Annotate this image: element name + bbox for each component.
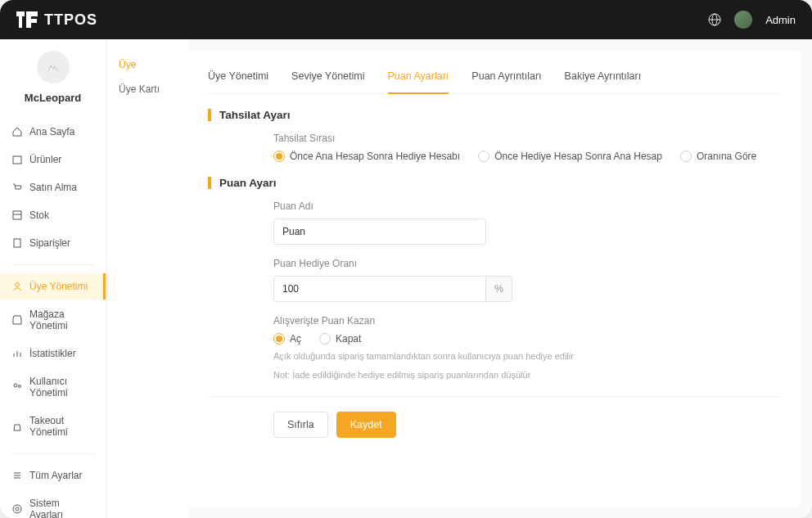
nav-orders[interactable]: Siparişler — [0, 230, 106, 256]
box-icon — [11, 154, 23, 165]
tenant-avatar — [37, 51, 70, 83]
earn-off[interactable]: Kapat — [319, 333, 361, 345]
section-collection-title: Tahsilat Ayarı — [208, 109, 781, 121]
nav-stock[interactable]: Stok — [0, 202, 106, 228]
nav-members[interactable]: Üye Yönetimi — [0, 273, 106, 300]
home-icon — [11, 126, 23, 137]
language-icon[interactable] — [708, 13, 721, 26]
list-icon — [11, 237, 23, 249]
radio-icon — [319, 333, 331, 345]
member-icon — [11, 281, 23, 292]
nav-home[interactable]: Ana Sayfa — [0, 119, 106, 145]
topbar: TTPOS Admin — [0, 0, 812, 39]
collection-opt1[interactable]: Önce Ana Hesap Sonra Hediye Hesabı — [273, 151, 460, 162]
point-name-label: Puan Adı — [273, 200, 781, 212]
sidebar: McLeopard Ana Sayfa Ürünler Satın Alma S… — [0, 39, 106, 518]
tab-management[interactable]: Üye Yönetimi — [208, 64, 268, 93]
point-ratio-input[interactable] — [273, 276, 486, 302]
radio-icon — [273, 151, 285, 162]
point-earn-label: Alışverişte Puan Kazan — [273, 315, 781, 327]
svg-rect-6 — [14, 239, 20, 247]
main-panel: Üye Yönetimi Seviye Yönetimi Puan Ayarla… — [188, 51, 801, 507]
stock-icon — [11, 209, 23, 221]
earn-on[interactable]: Aç — [273, 333, 301, 345]
gear-icon — [11, 503, 23, 515]
nav-stores[interactable]: Mağaza Yönetimi — [0, 301, 106, 339]
svg-rect-4 — [13, 211, 21, 219]
divider — [208, 396, 781, 397]
users-icon — [11, 381, 23, 393]
nav-users[interactable]: Kullanıcı Yönetimi — [0, 368, 106, 406]
tab-balance-details[interactable]: Bakiye Ayrıntıları — [565, 64, 642, 93]
logo-icon — [16, 11, 38, 28]
save-button[interactable]: Kaydet — [336, 412, 396, 438]
svg-point-8 — [14, 384, 17, 387]
submenu: Üye Üye Kartı — [106, 39, 188, 518]
nav-system[interactable]: Sistem Ayarları — [0, 490, 106, 518]
point-name-input[interactable] — [273, 218, 486, 245]
svg-point-9 — [19, 385, 21, 388]
tenant-name: McLeopard — [8, 92, 97, 104]
svg-point-7 — [16, 283, 20, 287]
brand-logo[interactable]: TTPOS — [16, 11, 97, 29]
radio-icon — [680, 151, 692, 162]
collection-order-label: Tahsilat Sırası — [273, 133, 781, 144]
nav-stats[interactable]: İstatistikler — [0, 340, 106, 367]
earn-hint1: Açık olduğunda sipariş tamamlandıktan so… — [273, 349, 781, 363]
brand-text: TTPOS — [44, 11, 97, 29]
svg-point-11 — [13, 505, 21, 513]
svg-point-10 — [16, 507, 19, 511]
nav-all-settings[interactable]: Tüm Ayarlar — [0, 462, 106, 489]
collection-opt3[interactable]: Oranına Göre — [680, 151, 756, 162]
tenant-block: McLeopard — [0, 51, 106, 119]
collection-opt2[interactable]: Önce Hediye Hesap Sonra Ana Hesap — [478, 151, 662, 162]
earn-hint2: Not: İade edildiğinde hediye edilmiş sip… — [273, 368, 781, 382]
point-ratio-label: Puan Hediye Oranı — [273, 258, 781, 269]
nav-takeout[interactable]: Takeout Yönetimi — [0, 408, 106, 445]
sliders-icon — [11, 470, 23, 481]
percent-suffix: % — [486, 276, 512, 302]
nav-purchase[interactable]: Satın Alma — [0, 174, 106, 200]
reset-button[interactable]: Sıfırla — [273, 412, 328, 438]
section-point-title: Puan Ayarı — [208, 177, 781, 189]
radio-icon — [478, 151, 489, 162]
cart-icon — [11, 182, 23, 193]
avatar[interactable] — [734, 11, 752, 29]
radio-icon — [273, 333, 285, 345]
submenu-member-card[interactable]: Üye Kartı — [107, 77, 188, 101]
tabs: Üye Yönetimi Seviye Yönetimi Puan Ayarla… — [208, 64, 781, 94]
submenu-member[interactable]: Üye — [107, 52, 188, 77]
nav-products[interactable]: Ürünler — [0, 146, 106, 173]
bag-icon — [11, 421, 23, 432]
user-label[interactable]: Admin — [765, 14, 796, 26]
tab-points[interactable]: Puan Ayarları — [388, 64, 449, 93]
tab-level[interactable]: Seviye Yönetimi — [291, 64, 364, 93]
tab-point-details[interactable]: Puan Ayrıntıları — [471, 64, 541, 93]
store-icon — [11, 314, 23, 326]
chart-icon — [11, 348, 23, 359]
svg-rect-3 — [13, 156, 21, 164]
